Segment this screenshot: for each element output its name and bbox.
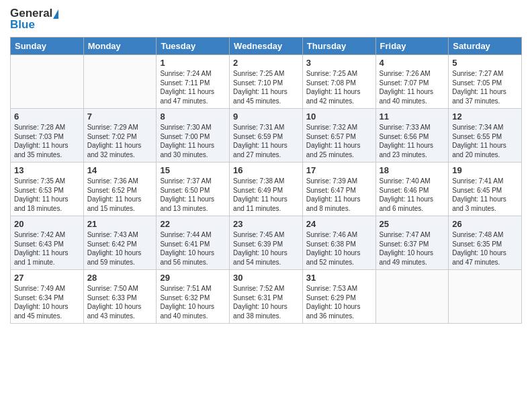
calendar-week-row: 6Sunrise: 7:28 AM Sunset: 7:03 PM Daylig… bbox=[11, 109, 522, 163]
day-number: 18 bbox=[380, 165, 445, 175]
calendar-cell bbox=[449, 270, 522, 324]
calendar-cell: 28Sunrise: 7:50 AM Sunset: 6:33 PM Dayli… bbox=[83, 270, 157, 324]
calendar-cell: 16Sunrise: 7:38 AM Sunset: 6:49 PM Dayli… bbox=[230, 163, 303, 216]
day-number: 8 bbox=[160, 111, 226, 122]
calendar-header-wednesday: Wednesday bbox=[230, 38, 303, 55]
calendar-cell: 26Sunrise: 7:48 AM Sunset: 6:35 PM Dayli… bbox=[449, 216, 522, 270]
calendar-cell: 22Sunrise: 7:44 AM Sunset: 6:41 PM Dayli… bbox=[157, 216, 230, 270]
calendar-cell bbox=[375, 270, 449, 324]
day-number: 22 bbox=[160, 219, 226, 229]
calendar-cell: 5Sunrise: 7:27 AM Sunset: 7:05 PM Daylig… bbox=[449, 55, 522, 109]
day-number: 16 bbox=[233, 165, 299, 175]
day-number: 20 bbox=[14, 219, 80, 229]
header: General Blue bbox=[10, 7, 522, 32]
day-info: Sunrise: 7:25 AM Sunset: 7:10 PM Dayligh… bbox=[233, 69, 299, 105]
logo-triangle-icon bbox=[53, 9, 58, 19]
calendar-week-row: 27Sunrise: 7:49 AM Sunset: 6:34 PM Dayli… bbox=[11, 270, 522, 324]
day-info: Sunrise: 7:40 AM Sunset: 6:46 PM Dayligh… bbox=[380, 177, 445, 213]
logo-blue: Blue bbox=[10, 18, 35, 32]
calendar-cell: 1Sunrise: 7:24 AM Sunset: 7:11 PM Daylig… bbox=[157, 55, 230, 109]
day-number: 6 bbox=[14, 111, 80, 122]
day-number: 29 bbox=[160, 273, 226, 283]
calendar-cell: 25Sunrise: 7:47 AM Sunset: 6:37 PM Dayli… bbox=[375, 216, 449, 270]
page: General Blue SundayMondayTuesdayWednesda… bbox=[0, 0, 532, 411]
calendar-cell: 29Sunrise: 7:51 AM Sunset: 6:32 PM Dayli… bbox=[157, 270, 230, 324]
day-info: Sunrise: 7:35 AM Sunset: 6:53 PM Dayligh… bbox=[14, 177, 80, 213]
day-info: Sunrise: 7:44 AM Sunset: 6:41 PM Dayligh… bbox=[160, 230, 226, 267]
day-number: 11 bbox=[380, 111, 445, 122]
day-number: 3 bbox=[306, 58, 372, 68]
calendar-cell: 2Sunrise: 7:25 AM Sunset: 7:10 PM Daylig… bbox=[230, 55, 303, 109]
calendar-cell: 3Sunrise: 7:25 AM Sunset: 7:08 PM Daylig… bbox=[302, 55, 375, 109]
calendar-cell: 31Sunrise: 7:53 AM Sunset: 6:29 PM Dayli… bbox=[302, 270, 375, 324]
calendar-cell: 10Sunrise: 7:32 AM Sunset: 6:57 PM Dayli… bbox=[302, 109, 375, 163]
day-number: 14 bbox=[87, 165, 153, 175]
calendar-cell: 24Sunrise: 7:46 AM Sunset: 6:38 PM Dayli… bbox=[302, 216, 375, 270]
calendar-cell: 9Sunrise: 7:31 AM Sunset: 6:59 PM Daylig… bbox=[230, 109, 303, 163]
calendar-cell: 21Sunrise: 7:43 AM Sunset: 6:42 PM Dayli… bbox=[83, 216, 157, 270]
calendar-week-row: 20Sunrise: 7:42 AM Sunset: 6:43 PM Dayli… bbox=[11, 216, 522, 270]
day-number: 26 bbox=[452, 219, 518, 229]
calendar-cell: 23Sunrise: 7:45 AM Sunset: 6:39 PM Dayli… bbox=[230, 216, 303, 270]
day-info: Sunrise: 7:45 AM Sunset: 6:39 PM Dayligh… bbox=[233, 230, 299, 267]
day-number: 10 bbox=[306, 111, 372, 122]
day-info: Sunrise: 7:48 AM Sunset: 6:35 PM Dayligh… bbox=[452, 230, 518, 267]
calendar-cell: 4Sunrise: 7:26 AM Sunset: 7:07 PM Daylig… bbox=[375, 55, 449, 109]
calendar-cell: 18Sunrise: 7:40 AM Sunset: 6:46 PM Dayli… bbox=[375, 163, 449, 216]
calendar-cell: 12Sunrise: 7:34 AM Sunset: 6:55 PM Dayli… bbox=[449, 109, 522, 163]
day-info: Sunrise: 7:43 AM Sunset: 6:42 PM Dayligh… bbox=[87, 230, 153, 267]
day-info: Sunrise: 7:52 AM Sunset: 6:31 PM Dayligh… bbox=[233, 284, 299, 320]
calendar-header-thursday: Thursday bbox=[302, 38, 375, 55]
day-info: Sunrise: 7:38 AM Sunset: 6:49 PM Dayligh… bbox=[233, 177, 299, 213]
day-number: 1 bbox=[160, 58, 226, 68]
day-number: 12 bbox=[452, 111, 518, 122]
calendar-header-saturday: Saturday bbox=[449, 38, 522, 55]
day-info: Sunrise: 7:28 AM Sunset: 7:03 PM Dayligh… bbox=[14, 123, 80, 159]
day-number: 15 bbox=[160, 165, 226, 175]
day-info: Sunrise: 7:34 AM Sunset: 6:55 PM Dayligh… bbox=[452, 123, 518, 159]
day-number: 30 bbox=[233, 273, 299, 283]
day-number: 25 bbox=[380, 219, 445, 229]
day-number: 2 bbox=[233, 58, 299, 68]
calendar-cell: 20Sunrise: 7:42 AM Sunset: 6:43 PM Dayli… bbox=[11, 216, 84, 270]
calendar-table: SundayMondayTuesdayWednesdayThursdayFrid… bbox=[10, 37, 522, 324]
day-info: Sunrise: 7:39 AM Sunset: 6:47 PM Dayligh… bbox=[306, 177, 372, 213]
day-number: 28 bbox=[87, 273, 153, 283]
day-info: Sunrise: 7:51 AM Sunset: 6:32 PM Dayligh… bbox=[160, 284, 226, 320]
day-number: 31 bbox=[306, 273, 372, 283]
day-info: Sunrise: 7:50 AM Sunset: 6:33 PM Dayligh… bbox=[87, 284, 153, 320]
day-info: Sunrise: 7:32 AM Sunset: 6:57 PM Dayligh… bbox=[306, 123, 372, 159]
calendar-week-row: 1Sunrise: 7:24 AM Sunset: 7:11 PM Daylig… bbox=[11, 55, 522, 109]
day-info: Sunrise: 7:31 AM Sunset: 6:59 PM Dayligh… bbox=[233, 123, 299, 159]
calendar-header-row: SundayMondayTuesdayWednesdayThursdayFrid… bbox=[11, 38, 522, 55]
day-number: 23 bbox=[233, 219, 299, 229]
calendar-cell bbox=[83, 55, 157, 109]
day-info: Sunrise: 7:53 AM Sunset: 6:29 PM Dayligh… bbox=[306, 284, 372, 320]
day-number: 7 bbox=[87, 111, 153, 122]
calendar-cell: 27Sunrise: 7:49 AM Sunset: 6:34 PM Dayli… bbox=[11, 270, 84, 324]
day-info: Sunrise: 7:30 AM Sunset: 7:00 PM Dayligh… bbox=[160, 123, 226, 159]
day-info: Sunrise: 7:42 AM Sunset: 6:43 PM Dayligh… bbox=[14, 230, 80, 267]
day-number: 5 bbox=[452, 58, 518, 68]
calendar-cell: 13Sunrise: 7:35 AM Sunset: 6:53 PM Dayli… bbox=[11, 163, 84, 216]
day-info: Sunrise: 7:41 AM Sunset: 6:45 PM Dayligh… bbox=[452, 177, 518, 213]
calendar-cell: 14Sunrise: 7:36 AM Sunset: 6:52 PM Dayli… bbox=[83, 163, 157, 216]
day-info: Sunrise: 7:33 AM Sunset: 6:56 PM Dayligh… bbox=[380, 123, 445, 159]
day-number: 4 bbox=[380, 58, 445, 68]
day-number: 9 bbox=[233, 111, 299, 122]
calendar-header-friday: Friday bbox=[375, 38, 449, 55]
day-info: Sunrise: 7:26 AM Sunset: 7:07 PM Dayligh… bbox=[380, 69, 445, 105]
calendar-cell: 8Sunrise: 7:30 AM Sunset: 7:00 PM Daylig… bbox=[157, 109, 230, 163]
calendar-cell: 15Sunrise: 7:37 AM Sunset: 6:50 PM Dayli… bbox=[157, 163, 230, 216]
day-number: 17 bbox=[306, 165, 372, 175]
calendar-cell: 7Sunrise: 7:29 AM Sunset: 7:02 PM Daylig… bbox=[83, 109, 157, 163]
calendar-cell: 30Sunrise: 7:52 AM Sunset: 6:31 PM Dayli… bbox=[230, 270, 303, 324]
day-info: Sunrise: 7:29 AM Sunset: 7:02 PM Dayligh… bbox=[87, 123, 153, 159]
calendar-header-tuesday: Tuesday bbox=[157, 38, 230, 55]
calendar-cell: 11Sunrise: 7:33 AM Sunset: 6:56 PM Dayli… bbox=[375, 109, 449, 163]
day-number: 13 bbox=[14, 165, 80, 175]
calendar-week-row: 13Sunrise: 7:35 AM Sunset: 6:53 PM Dayli… bbox=[11, 163, 522, 216]
day-number: 21 bbox=[87, 219, 153, 229]
logo: General Blue bbox=[10, 7, 58, 32]
day-number: 19 bbox=[452, 165, 518, 175]
